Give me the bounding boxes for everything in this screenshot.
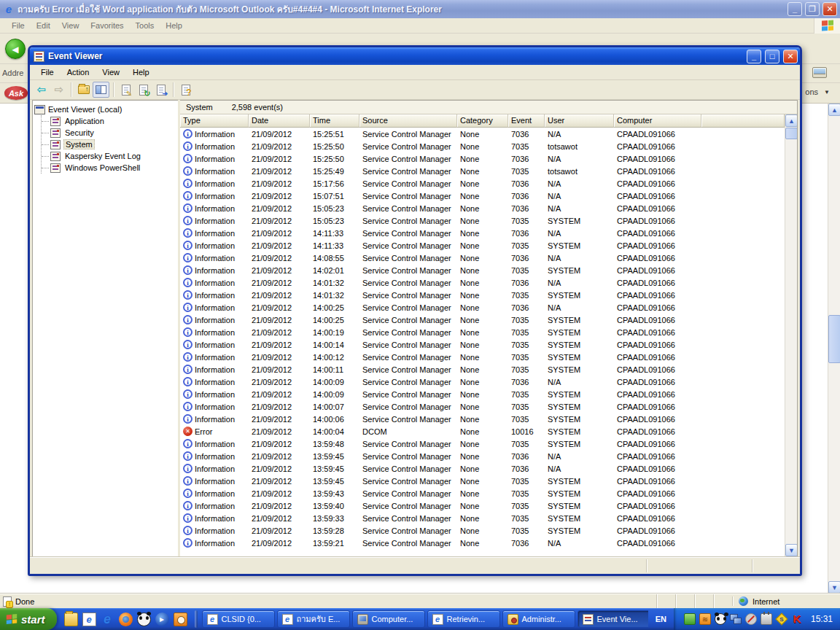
tree-item-kaspersky-event-log[interactable]: Kaspersky Event Log xyxy=(42,150,176,162)
ie-vertical-scrollbar[interactable]: ▲ ▼ xyxy=(828,104,840,594)
table-row[interactable]: iInformation21/09/201213:59:45Service Co… xyxy=(180,450,785,462)
table-row[interactable]: iInformation21/09/201214:11:33Service Co… xyxy=(180,239,785,252)
menu-item-file[interactable]: File xyxy=(34,66,61,78)
task-button-5[interactable]: Administr... xyxy=(502,610,575,628)
table-row[interactable]: iInformation21/09/201215:17:56Service Co… xyxy=(180,177,785,190)
table-row[interactable]: iInformation21/09/201214:11:33Service Co… xyxy=(180,227,785,239)
tree-item-windows-powershell[interactable]: Windows PowerShell xyxy=(42,162,176,174)
table-row[interactable]: iInformation21/09/201213:59:40Service Co… xyxy=(180,499,785,512)
column-header-category[interactable]: Category xyxy=(457,114,508,128)
safely-remove-hardware-icon[interactable] xyxy=(684,613,696,625)
kaspersky-antivirus-icon[interactable] xyxy=(791,613,803,625)
task-button-4[interactable]: Retrievin... xyxy=(427,610,500,628)
menu-item-favorites[interactable]: Favorites xyxy=(85,20,129,31)
audio-disabled-icon[interactable] xyxy=(745,613,757,625)
close-button[interactable]: ✕ xyxy=(822,2,837,16)
table-row[interactable]: iInformation21/09/201214:00:09Service Co… xyxy=(180,376,785,388)
scrollbar-thumb[interactable] xyxy=(828,315,840,363)
minimize-button[interactable]: _ xyxy=(788,2,802,16)
scroll-up-icon[interactable]: ▲ xyxy=(828,104,840,116)
sis-audio-icon[interactable] xyxy=(775,613,788,626)
maximize-button[interactable]: □ xyxy=(765,50,779,63)
table-row[interactable]: iInformation21/09/201213:59:45Service Co… xyxy=(180,475,785,487)
firefox-icon[interactable] xyxy=(119,612,133,626)
table-row[interactable]: iInformation21/09/201213:59:48Service Co… xyxy=(180,438,785,450)
table-row[interactable]: iInformation21/09/201214:00:07Service Co… xyxy=(180,400,785,413)
internet-explorer-icon[interactable] xyxy=(101,612,114,626)
restore-button[interactable]: ❐ xyxy=(805,2,820,16)
tree-item-system[interactable]: System xyxy=(42,139,176,150)
list-vertical-scrollbar[interactable]: ▲ ▼ xyxy=(785,114,797,556)
menu-item-action[interactable]: Action xyxy=(61,66,96,78)
explorer-folder-icon[interactable] xyxy=(64,612,78,626)
table-row[interactable]: iInformation21/09/201213:59:21Service Co… xyxy=(180,537,785,549)
language-indicator[interactable]: EN xyxy=(648,615,674,623)
scrollbar-thumb[interactable] xyxy=(785,128,797,139)
scroll-up-icon[interactable]: ▲ xyxy=(785,114,797,127)
panda-icon[interactable] xyxy=(715,613,726,625)
column-header-source[interactable]: Source xyxy=(359,114,457,128)
table-row[interactable]: iInformation21/09/201214:02:01Service Co… xyxy=(180,264,785,276)
network-connections-icon[interactable] xyxy=(730,613,742,625)
tree-item-security[interactable]: Security xyxy=(42,127,176,139)
table-row[interactable]: iInformation21/09/201213:59:28Service Co… xyxy=(180,524,785,537)
ask-toolbar-logo[interactable]: Ask xyxy=(4,86,28,100)
toolbar-button-show-console-tree[interactable] xyxy=(93,82,109,98)
table-row[interactable]: iInformation21/09/201214:00:11Service Co… xyxy=(180,363,785,376)
toolbar-button-forward[interactable]: ⇨ xyxy=(50,82,67,98)
close-button[interactable]: ✕ xyxy=(783,50,798,63)
toolbar-button-help[interactable]: ? xyxy=(177,82,194,98)
toolbar-options-partial[interactable]: ons ▼ xyxy=(805,88,830,96)
tree-item-application[interactable]: Application xyxy=(42,115,176,127)
column-header-time[interactable]: Time xyxy=(310,114,359,128)
menu-item-view[interactable]: View xyxy=(56,20,85,31)
table-row[interactable]: iInformation21/09/201214:00:12Service Co… xyxy=(180,351,785,363)
table-row[interactable]: iInformation21/09/201213:59:33Service Co… xyxy=(180,512,785,524)
table-row[interactable]: iInformation21/09/201214:00:09Service Co… xyxy=(180,388,785,400)
ie-document-icon[interactable] xyxy=(82,612,96,626)
table-row[interactable]: iInformation21/09/201214:00:25Service Co… xyxy=(180,314,785,326)
kaspersky-update-icon[interactable] xyxy=(699,613,711,625)
start-button[interactable]: start xyxy=(0,608,57,630)
menu-item-file[interactable]: File xyxy=(6,20,31,31)
table-row[interactable]: ✕Error21/09/201214:00:04DCOMNone10016SYS… xyxy=(180,425,785,438)
table-row[interactable]: iInformation21/09/201214:00:06Service Co… xyxy=(180,413,785,425)
task-button-2[interactable]: ถามครับ E... xyxy=(277,610,350,628)
column-header-type[interactable]: Type xyxy=(180,114,249,128)
toolbar-button-properties[interactable]: ✎ xyxy=(117,82,134,98)
table-row[interactable]: iInformation21/09/201214:00:14Service Co… xyxy=(180,338,785,351)
table-row[interactable]: iInformation21/09/201215:25:50Service Co… xyxy=(180,152,785,165)
column-header-event[interactable]: Event xyxy=(508,114,545,128)
table-row[interactable]: iInformation21/09/201214:01:32Service Co… xyxy=(180,289,785,301)
plug-device-icon[interactable] xyxy=(761,613,772,625)
table-row[interactable]: iInformation21/09/201215:25:49Service Co… xyxy=(180,165,785,177)
scroll-down-icon[interactable]: ▼ xyxy=(785,544,797,556)
panda-icon[interactable] xyxy=(137,612,151,626)
column-header-date[interactable]: Date xyxy=(249,114,310,128)
task-button-3[interactable]: Computer... xyxy=(352,610,425,628)
table-row[interactable]: iInformation21/09/201214:00:19Service Co… xyxy=(180,326,785,338)
task-button-6[interactable]: Event Vie... xyxy=(578,610,648,628)
task-button-1[interactable]: CLSID {0... xyxy=(202,610,275,628)
windows-media-player-icon[interactable] xyxy=(155,612,169,626)
table-row[interactable]: iInformation21/09/201215:05:23Service Co… xyxy=(180,202,785,214)
table-row[interactable]: iInformation21/09/201215:05:23Service Co… xyxy=(180,214,785,227)
tree-item-root[interactable]: Event Viewer (Local) xyxy=(34,104,176,115)
table-row[interactable]: iInformation21/09/201215:25:51Service Co… xyxy=(180,128,785,140)
menu-item-view[interactable]: View xyxy=(96,66,126,78)
toolbar-button-refresh[interactable]: ↻ xyxy=(135,82,152,98)
table-row[interactable]: iInformation21/09/201214:01:32Service Co… xyxy=(180,276,785,289)
column-header-computer[interactable]: Computer xyxy=(614,114,701,128)
timer-icon[interactable] xyxy=(174,612,187,626)
scroll-down-icon[interactable]: ▼ xyxy=(828,581,840,594)
table-row[interactable]: iInformation21/09/201213:59:45Service Co… xyxy=(180,462,785,475)
menu-item-edit[interactable]: Edit xyxy=(31,20,56,31)
table-row[interactable]: iInformation21/09/201214:08:55Service Co… xyxy=(180,252,785,264)
table-row[interactable]: iInformation21/09/201215:25:50Service Co… xyxy=(180,140,785,152)
table-row[interactable]: iInformation21/09/201215:07:51Service Co… xyxy=(180,190,785,202)
menu-item-help[interactable]: Help xyxy=(126,66,156,78)
minimize-button[interactable]: _ xyxy=(747,50,761,63)
table-row[interactable]: iInformation21/09/201214:00:25Service Co… xyxy=(180,301,785,314)
menu-item-tools[interactable]: Tools xyxy=(130,20,160,31)
back-button[interactable]: ◄ xyxy=(5,39,26,59)
